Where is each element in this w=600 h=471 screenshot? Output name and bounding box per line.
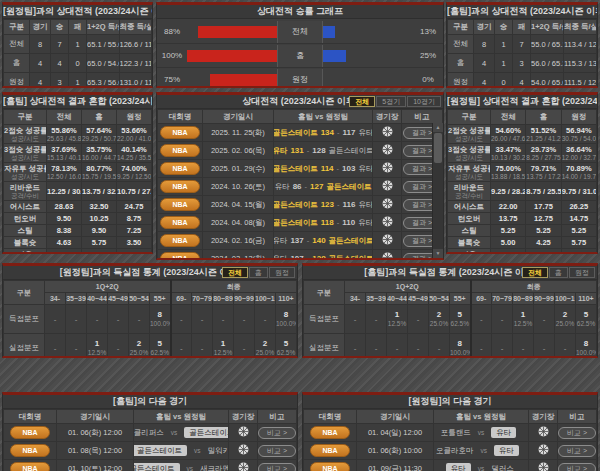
stat-value-main: 32.50 xyxy=(82,202,116,211)
stat-value-cell: 54.60%26.00 / 47.63 xyxy=(491,125,526,144)
record-value: 7 xyxy=(51,35,69,54)
basketball-icon xyxy=(238,426,249,437)
stat-value-main: 4.63 xyxy=(47,238,81,247)
matchup-line: 골든스테이트118-110유타 xyxy=(274,218,372,228)
count-value: 1 xyxy=(513,310,533,320)
record-value: 1 xyxy=(69,35,87,54)
away-winrate-bar xyxy=(323,26,335,38)
games-tab-3[interactable]: 10경기 xyxy=(407,96,441,107)
empty-value: - xyxy=(366,344,386,353)
percent-value: 25.0% xyxy=(129,349,149,357)
scroll-up-icon[interactable]: ▲ xyxy=(433,123,443,132)
games-tab-1[interactable]: 전체 xyxy=(349,96,375,107)
matchup-cell: 포틀랜드vs유타 xyxy=(434,424,529,442)
league-badge: NBA xyxy=(160,144,200,157)
dist-cell: - xyxy=(255,305,276,334)
matchup-line: 유타86-127골든스테이트 xyxy=(274,182,372,192)
dist-home-tabs: 전체홈원정 xyxy=(222,267,295,278)
p-dist-home-tab-1[interactable]: 전체 xyxy=(222,267,248,278)
dist-cell: - xyxy=(534,334,555,359)
stat-value-main: 51.52% xyxy=(526,126,560,135)
stat-value-cell: 4.25 xyxy=(526,237,561,249)
basketball-icon xyxy=(538,444,549,455)
record-value: 1 xyxy=(69,73,87,89)
range-header: 34- xyxy=(345,293,366,305)
stat-value-main: 26.25 xyxy=(562,202,596,211)
compare-button[interactable]: 비교 > xyxy=(558,463,596,471)
compare-button[interactable]: 비교 > xyxy=(258,427,296,439)
range-header: 70~79 xyxy=(492,293,513,305)
stat-value-main: 12.75 xyxy=(526,214,560,223)
league-badge: NBA xyxy=(310,426,350,439)
away-team-wrap: 골든스테이트 xyxy=(184,427,228,438)
matchup-cell: 골든스테이트123-116유타 xyxy=(274,196,373,214)
stat-value-main: 70.89% xyxy=(562,164,596,173)
stat-value-cell: 17.75 xyxy=(82,249,117,255)
p-dist-home-tab-3[interactable]: 원정 xyxy=(269,267,295,278)
p-dist-away-tab-3[interactable]: 원정 xyxy=(569,267,595,278)
basketball-icon xyxy=(538,426,549,437)
dist-row: 실점분포-----8100.0%-----8100.0% xyxy=(304,334,597,359)
away-bar-zone xyxy=(323,74,413,86)
stat-value-main: 79.71% xyxy=(526,164,560,173)
column-header: 경기일시 xyxy=(357,410,434,424)
empty-value: - xyxy=(345,315,365,324)
stat-value-main: 24.75 xyxy=(117,202,151,211)
scrollbar[interactable]: ▲ ▼ xyxy=(432,123,443,258)
stat-value-main: 35.75% xyxy=(82,145,116,154)
home-team-name: 유타 xyxy=(446,463,471,471)
p-dist-away-tab-1[interactable]: 전체 xyxy=(522,267,548,278)
percent-value: 25.0% xyxy=(255,349,275,357)
dist-cell: 112.5% xyxy=(87,334,108,359)
column-header: 구분 xyxy=(4,281,45,305)
range-header: 50~54 xyxy=(129,293,150,305)
dist-cell: 225.0% xyxy=(429,305,450,334)
record-value: 56.0 / 65.3 xyxy=(531,54,564,73)
dist-cell: - xyxy=(555,334,576,359)
dist-cell: 8100.0% xyxy=(450,334,471,359)
league-badge: NBA xyxy=(160,234,200,247)
score-separator: - xyxy=(307,254,310,260)
note-cell: 비교 > xyxy=(558,424,597,442)
stat-value-main: 17.75 xyxy=(526,202,560,211)
row-label: 원정 xyxy=(448,73,474,89)
game-row: NBA2025. 11. 25(화)골든스테이트134-117유타결과 > xyxy=(158,124,443,142)
panel-title-text: 상대전적 승률 그래프 xyxy=(257,6,343,16)
compare-button[interactable]: 비교 > xyxy=(558,427,596,439)
stat-label-main: 어시스트 xyxy=(448,202,490,211)
stat-value-cell: 5.25 xyxy=(561,225,596,237)
stat-label-sub: 성공/시도 xyxy=(448,135,490,142)
stat-value-cell: 8.38 xyxy=(47,225,82,237)
compare-button[interactable]: 비교 > xyxy=(558,445,596,457)
record-value: 0 xyxy=(69,54,87,73)
games-tab-2[interactable]: 5경기 xyxy=(376,96,406,107)
home-team-name: 골든스테이트 xyxy=(134,445,188,456)
dist-cell: - xyxy=(366,334,387,359)
record-value: 4 xyxy=(51,54,69,73)
scroll-down-icon[interactable]: ▼ xyxy=(433,249,443,258)
stat-value-sub: 8.25 / 27.75 xyxy=(526,154,560,161)
stat-value-cell: 12.75 xyxy=(526,213,561,225)
game-row: NBA2024. 04. 15(월)골든스테이트123-116유타결과 > xyxy=(158,196,443,214)
away-score: 140 xyxy=(312,236,325,245)
stats-home-table: 구분전체홈원정2점슛 성공률성공/시도55.86%25.63 / 45.8857… xyxy=(3,109,152,254)
league-badge: NBA xyxy=(310,444,350,457)
stat-value-cell: 10.75 / 27.25 xyxy=(117,182,152,201)
column-header: 대회명 xyxy=(304,410,357,424)
league-cell: NBA xyxy=(158,250,203,261)
scroll-thumb[interactable] xyxy=(434,133,442,163)
p-dist-away-tab-2[interactable]: 홈 xyxy=(549,267,568,278)
column-header: 홈팀 vs 원정팀 xyxy=(134,410,229,424)
record-value: 122.3 / 111.5 xyxy=(119,54,152,73)
compare-button[interactable]: 비교 > xyxy=(258,463,296,471)
column-header: 홈 xyxy=(82,110,117,125)
record-value: 4 xyxy=(30,54,51,73)
compare-button[interactable]: 비교 > xyxy=(258,445,296,457)
stat-value-cell: 5.75 xyxy=(561,237,596,249)
stat-label-main: 3점슛 성공률 xyxy=(448,145,490,154)
panel-title: [원정팀]과의 득실점 통계 (2023/24시즌 이후) 전체홈원정 xyxy=(3,266,297,280)
column-header: 경기장 xyxy=(529,410,558,424)
record-value: 4 xyxy=(474,73,495,89)
dist-cell: - xyxy=(171,334,192,359)
p-dist-home-tab-2[interactable]: 홈 xyxy=(249,267,268,278)
